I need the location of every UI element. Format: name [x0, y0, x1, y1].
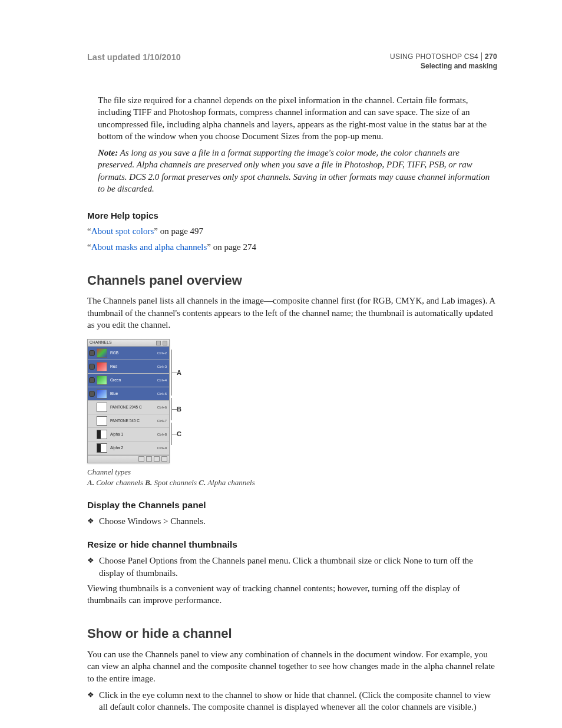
subheading-display-channels: Display the Channels panel — [87, 499, 497, 512]
channel-row[interactable]: PANTONE 545 CCtrl+7 — [88, 414, 169, 428]
panel-title: CHANNELS — [90, 340, 112, 345]
subheading-resize-thumbnails: Resize or hide channel thumbnails — [87, 539, 497, 551]
channel-thumbnail — [97, 375, 107, 385]
channel-shortcut: Ctrl+4 — [157, 378, 168, 383]
channel-shortcut: Ctrl+8 — [157, 432, 168, 437]
more-help-heading: More Help topics — [87, 210, 497, 222]
visibility-eye-icon[interactable] — [89, 364, 95, 370]
visibility-eye-icon[interactable] — [89, 377, 95, 383]
channel-row[interactable]: BlueCtrl+5 — [88, 387, 169, 401]
visibility-eye-icon[interactable] — [89, 350, 95, 356]
channel-name: Alpha 1 — [109, 432, 156, 437]
note-paragraph: Note: As long as you save a file in a fo… — [98, 147, 497, 195]
diamond-bullet-icon: ❖ — [87, 689, 99, 701]
body-paragraph: The file size required for a channel dep… — [98, 94, 497, 142]
channel-thumbnail — [97, 389, 107, 398]
header-right: USING PHOTOSHOP CS4270 Selecting and mas… — [390, 52, 497, 71]
channel-shortcut: Ctrl+7 — [157, 419, 168, 423]
channel-shortcut: Ctrl+6 — [157, 405, 168, 410]
callout-b: B — [177, 405, 181, 414]
channel-thumbnail — [97, 362, 107, 371]
panel-header: CHANNELS — [88, 340, 169, 347]
channels-panel-figure: CHANNELS RGBCtrl+2RedCtrl+3GreenCtrl+4Bl… — [87, 339, 497, 463]
channel-thumbnail — [97, 443, 107, 453]
channel-shortcut: Ctrl+2 — [157, 351, 168, 355]
channel-row[interactable]: RGBCtrl+2 — [88, 347, 169, 360]
channel-row[interactable]: RedCtrl+3 — [88, 360, 169, 374]
link-about-masks-alpha[interactable]: About masks and alpha channels — [91, 242, 207, 252]
visibility-eye-icon[interactable] — [89, 418, 95, 424]
panel-menu-icon[interactable] — [163, 341, 167, 345]
section-heading-channels-overview: Channels panel overview — [87, 272, 497, 289]
channels-panel: CHANNELS RGBCtrl+2RedCtrl+3GreenCtrl+4Bl… — [87, 339, 170, 463]
channel-thumbnail — [97, 430, 107, 439]
channel-shortcut: Ctrl+5 — [157, 391, 168, 396]
diamond-bullet-icon: ❖ — [87, 555, 99, 566]
section-name: Selecting and masking — [390, 61, 497, 71]
channel-name: Red — [109, 364, 156, 370]
figure-caption: Channel types A. Color channels B. Spot … — [87, 467, 497, 487]
help-link-row: “About masks and alpha channels” on page… — [87, 241, 497, 253]
channel-shortcut: Ctrl+9 — [157, 446, 168, 450]
channel-row[interactable]: PANTONE 2945 CCtrl+6 — [88, 401, 169, 414]
bullet-text: Click in the eye column next to the chan… — [99, 689, 497, 713]
section-heading-show-hide: Show or hide a channel — [87, 625, 497, 643]
channel-shortcut: Ctrl+3 — [157, 364, 168, 369]
body-paragraph: You can use the Channels panel to view a… — [87, 648, 497, 684]
bullet-item: ❖ Choose Windows > Channels. — [87, 515, 497, 527]
last-updated: Last updated 1/10/2010 — [87, 52, 181, 64]
channel-row[interactable]: Alpha 1Ctrl+8 — [88, 428, 169, 442]
save-selection-icon[interactable] — [146, 456, 152, 462]
channel-thumbnail — [97, 348, 107, 358]
visibility-eye-icon[interactable] — [89, 404, 95, 410]
new-channel-icon[interactable] — [154, 456, 160, 462]
channel-row[interactable]: GreenCtrl+4 — [88, 374, 169, 387]
channel-name: RGB — [109, 351, 156, 356]
doc-title: USING PHOTOSHOP CS4 — [390, 52, 478, 61]
channel-row[interactable]: Alpha 2Ctrl+9 — [88, 442, 169, 455]
bullet-item: ❖ Choose Panel Options from the Channels… — [87, 555, 497, 579]
load-selection-icon[interactable] — [138, 456, 144, 462]
body-paragraph: The Channels panel lists all channels in… — [87, 295, 497, 331]
panel-menu-icon[interactable] — [156, 341, 161, 345]
visibility-eye-icon[interactable] — [89, 391, 95, 397]
bullet-text: Choose Panel Options from the Channels p… — [99, 555, 497, 579]
channel-thumbnail — [97, 416, 107, 426]
link-about-spot-colors[interactable]: About spot colors — [91, 226, 154, 236]
callout-a: A — [177, 368, 181, 377]
body-paragraph: Viewing thumbnails is a convenient way o… — [87, 582, 497, 607]
delete-channel-icon[interactable] — [161, 456, 167, 462]
bullet-text: Choose Windows > Channels. — [99, 515, 497, 527]
channel-thumbnail — [97, 403, 107, 412]
figure-callouts: A B C — [172, 339, 184, 463]
page-header: Last updated 1/10/2010 USING PHOTOSHOP C… — [87, 52, 497, 72]
channel-name: PANTONE 2945 C — [109, 405, 156, 410]
channel-name: Alpha 2 — [109, 446, 156, 451]
note-text: As long as you save a file in a format s… — [98, 148, 490, 193]
diamond-bullet-icon: ❖ — [87, 515, 99, 527]
channel-name: Blue — [109, 391, 156, 397]
visibility-eye-icon[interactable] — [89, 431, 95, 437]
help-link-row: “About spot colors” on page 497 — [87, 225, 497, 237]
callout-c: C — [177, 430, 181, 439]
visibility-eye-icon[interactable] — [89, 445, 95, 451]
note-label: Note: — [98, 148, 118, 157]
channel-name: Green — [109, 378, 156, 383]
page-number: 270 — [481, 52, 497, 61]
channel-name: PANTONE 545 C — [109, 419, 156, 424]
bullet-item: ❖ Click in the eye column next to the ch… — [87, 689, 497, 713]
panel-footer — [88, 455, 169, 463]
